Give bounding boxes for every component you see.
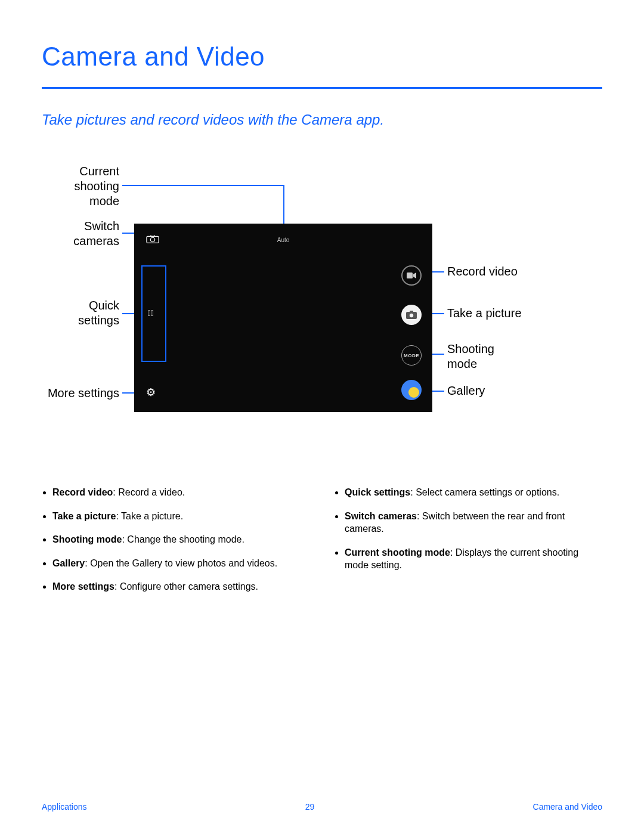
- page-footer: Applications 29 Camera and Video: [42, 802, 602, 812]
- gear-icon[interactable]: ⚙: [146, 386, 156, 399]
- bullets-right: Quick settings: Select camera settings o…: [334, 486, 602, 604]
- record-video-button[interactable]: [401, 265, 422, 286]
- footer-right: Camera and Video: [533, 802, 602, 812]
- current-mode-indicator: Auto: [277, 237, 290, 243]
- page-subtitle: Take pictures and record videos with the…: [42, 112, 602, 128]
- svg-rect-5: [410, 311, 413, 312]
- svg-point-4: [410, 314, 413, 317]
- description-columns: Record video: Record a video. Take a pic…: [42, 486, 602, 604]
- callout-current-mode: Current shooting mode: [42, 164, 119, 209]
- leader-line: [122, 185, 283, 186]
- svg-point-1: [150, 237, 154, 241]
- take-picture-button[interactable]: [401, 305, 422, 325]
- callout-record-video: Record video: [447, 264, 518, 279]
- footer-left: Applications: [42, 802, 87, 812]
- callout-more-settings: More settings: [42, 386, 119, 401]
- camera-screenshot: Auto ⚡⃠ ⚙ MODE: [134, 224, 432, 412]
- gallery-button[interactable]: [401, 380, 422, 400]
- callout-quick-settings: Quick settings: [42, 298, 119, 328]
- list-item: Switch cameras: Switch between the rear …: [345, 510, 602, 535]
- list-item: More settings: Configure other camera se…: [52, 580, 310, 593]
- flash-icon[interactable]: ⚡⃠: [148, 308, 154, 318]
- camera-diagram: Current shooting mode Switch cameras Qui…: [42, 164, 602, 444]
- svg-rect-2: [407, 272, 413, 278]
- callout-take-picture: Take a picture: [447, 306, 522, 321]
- shooting-mode-button[interactable]: MODE: [401, 345, 422, 366]
- list-item: Current shooting mode: Displays the curr…: [345, 546, 602, 572]
- list-item: Shooting mode: Change the shooting mode.: [52, 533, 310, 546]
- footer-center: 29: [305, 802, 315, 812]
- switch-camera-icon[interactable]: [146, 234, 159, 244]
- callout-switch-cameras: Switch cameras: [42, 219, 119, 249]
- page-title: Camera and Video: [42, 42, 602, 72]
- callout-shooting-mode: Shooting mode: [447, 342, 494, 371]
- list-item: Take a picture: Take a picture.: [52, 510, 310, 523]
- callout-gallery: Gallery: [447, 383, 485, 398]
- list-item: Gallery: Open the Gallery to view photos…: [52, 557, 310, 570]
- title-rule: [42, 87, 602, 89]
- list-item: Quick settings: Select camera settings o…: [345, 486, 602, 499]
- bullets-left: Record video: Record a video. Take a pic…: [42, 486, 310, 604]
- list-item: Record video: Record a video.: [52, 486, 310, 499]
